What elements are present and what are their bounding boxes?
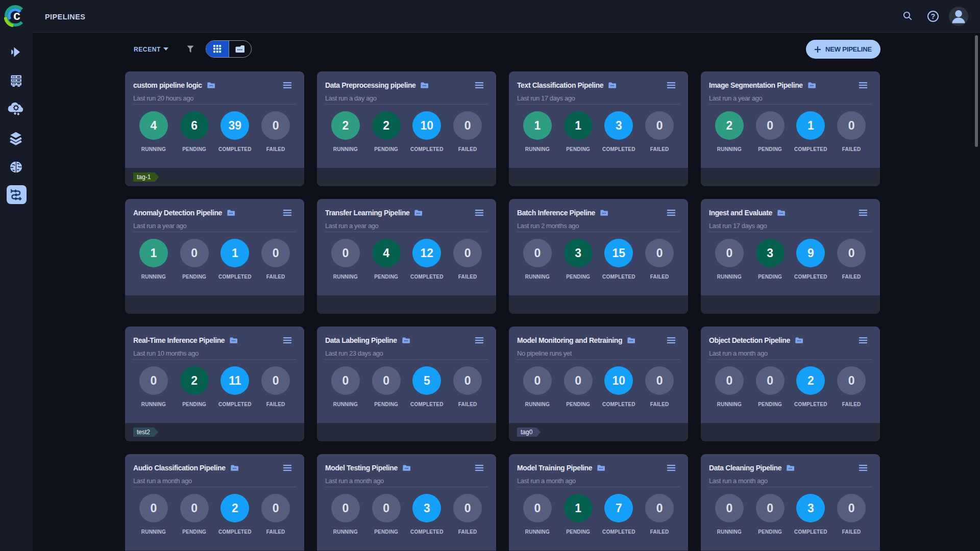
svg-text:?: ? bbox=[931, 12, 936, 20]
